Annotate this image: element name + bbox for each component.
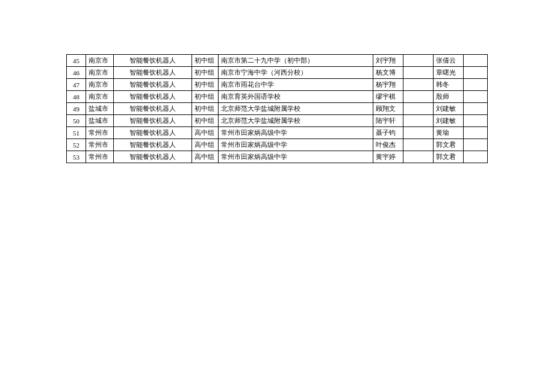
cell-student: 聂子钧: [373, 127, 403, 139]
cell-end: [464, 115, 488, 127]
cell-teacher: 殷师: [434, 91, 464, 103]
cell-index: 52: [67, 139, 86, 151]
cell-student: 黄宇婷: [373, 151, 403, 163]
cell-index: 46: [67, 67, 86, 79]
cell-teacher: 郭文君: [434, 139, 464, 151]
cell-category: 智能餐饮机器人: [114, 139, 192, 151]
cell-end: [464, 67, 488, 79]
cell-school: 常州市田家炳高级中学: [219, 151, 373, 163]
cell-index: 51: [67, 127, 86, 139]
cell-category: 智能餐饮机器人: [114, 103, 192, 115]
cell-end: [464, 91, 488, 103]
table-row: 53 常州市 智能餐饮机器人 高中组 常州市田家炳高级中学 黄宇婷 郭文君: [67, 151, 488, 163]
cell-end: [464, 127, 488, 139]
cell-blank: [403, 115, 434, 127]
cell-index: 45: [67, 55, 86, 67]
cell-end: [464, 103, 488, 115]
cell-blank: [403, 151, 434, 163]
cell-group: 初中组: [192, 67, 219, 79]
cell-student: 杨宇翔: [373, 79, 403, 91]
cell-city: 常州市: [86, 127, 114, 139]
cell-school: 北京师范大学盐城附属学校: [219, 103, 373, 115]
table-row: 52 常州市 智能餐饮机器人 高中组 常州市田家炳高级中学 叶俊杰 郭文君: [67, 139, 488, 151]
cell-end: [464, 151, 488, 163]
cell-group: 高中组: [192, 151, 219, 163]
cell-blank: [403, 55, 434, 67]
cell-teacher: 刘建敏: [434, 115, 464, 127]
cell-index: 47: [67, 79, 86, 91]
cell-teacher: 刘建敏: [434, 103, 464, 115]
cell-student: 叶俊杰: [373, 139, 403, 151]
cell-end: [464, 79, 488, 91]
cell-end: [464, 139, 488, 151]
cell-city: 南京市: [86, 67, 114, 79]
cell-category: 智能餐饮机器人: [114, 79, 192, 91]
table-body: 45 南京市 智能餐饮机器人 初中组 南京市第二十九中学（初中部） 刘宇翔 张倩…: [67, 55, 488, 163]
cell-index: 49: [67, 103, 86, 115]
cell-teacher: 黄瑜: [434, 127, 464, 139]
cell-city: 常州市: [86, 139, 114, 151]
data-table: 45 南京市 智能餐饮机器人 初中组 南京市第二十九中学（初中部） 刘宇翔 张倩…: [66, 54, 488, 163]
cell-student: 缪宇棋: [373, 91, 403, 103]
cell-category: 智能餐饮机器人: [114, 127, 192, 139]
cell-city: 南京市: [86, 91, 114, 103]
cell-school: 常州市田家炳高级中学: [219, 139, 373, 151]
cell-group: 初中组: [192, 55, 219, 67]
cell-blank: [403, 91, 434, 103]
cell-school: 北京师范大学盐城附属学校: [219, 115, 373, 127]
cell-blank: [403, 127, 434, 139]
cell-city: 南京市: [86, 79, 114, 91]
cell-city: 盐城市: [86, 115, 114, 127]
table-row: 48 南京市 智能餐饮机器人 初中组 南京育英外国语学校 缪宇棋 殷师: [67, 91, 488, 103]
cell-category: 智能餐饮机器人: [114, 91, 192, 103]
cell-teacher: 章曙光: [434, 67, 464, 79]
cell-group: 高中组: [192, 139, 219, 151]
cell-category: 智能餐饮机器人: [114, 115, 192, 127]
cell-category: 智能餐饮机器人: [114, 67, 192, 79]
cell-index: 48: [67, 91, 86, 103]
cell-teacher: 张倩云: [434, 55, 464, 67]
cell-teacher: 郭文君: [434, 151, 464, 163]
cell-blank: [403, 79, 434, 91]
cell-school: 南京市宁海中学（河西分校）: [219, 67, 373, 79]
cell-city: 南京市: [86, 55, 114, 67]
cell-group: 初中组: [192, 91, 219, 103]
cell-student: 顾翔文: [373, 103, 403, 115]
cell-group: 初中组: [192, 79, 219, 91]
cell-teacher: 韩冬: [434, 79, 464, 91]
table-row: 49 盐城市 智能餐饮机器人 初中组 北京师范大学盐城附属学校 顾翔文 刘建敏: [67, 103, 488, 115]
cell-index: 53: [67, 151, 86, 163]
table-row: 45 南京市 智能餐饮机器人 初中组 南京市第二十九中学（初中部） 刘宇翔 张倩…: [67, 55, 488, 67]
cell-blank: [403, 67, 434, 79]
cell-school: 南京育英外国语学校: [219, 91, 373, 103]
cell-category: 智能餐饮机器人: [114, 55, 192, 67]
cell-group: 初中组: [192, 103, 219, 115]
cell-group: 初中组: [192, 115, 219, 127]
cell-city: 常州市: [86, 151, 114, 163]
cell-blank: [403, 139, 434, 151]
cell-student: 刘宇翔: [373, 55, 403, 67]
cell-school: 南京市第二十九中学（初中部）: [219, 55, 373, 67]
table-row: 51 常州市 智能餐饮机器人 高中组 常州市田家炳高级中学 聂子钧 黄瑜: [67, 127, 488, 139]
cell-school: 常州市田家炳高级中学: [219, 127, 373, 139]
cell-student: 陆宇轩: [373, 115, 403, 127]
table-row: 50 盐城市 智能餐饮机器人 初中组 北京师范大学盐城附属学校 陆宇轩 刘建敏: [67, 115, 488, 127]
cell-blank: [403, 103, 434, 115]
cell-category: 智能餐饮机器人: [114, 151, 192, 163]
cell-city: 盐城市: [86, 103, 114, 115]
table-row: 46 南京市 智能餐饮机器人 初中组 南京市宁海中学（河西分校） 杨文博 章曙光: [67, 67, 488, 79]
cell-end: [464, 55, 488, 67]
cell-student: 杨文博: [373, 67, 403, 79]
table-row: 47 南京市 智能餐饮机器人 初中组 南京市雨花台中学 杨宇翔 韩冬: [67, 79, 488, 91]
cell-group: 高中组: [192, 127, 219, 139]
cell-index: 50: [67, 115, 86, 127]
cell-school: 南京市雨花台中学: [219, 79, 373, 91]
